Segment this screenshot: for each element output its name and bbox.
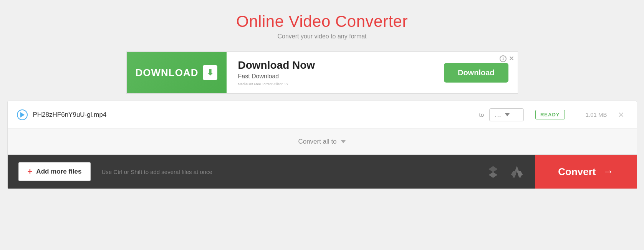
page-header: Online Video Converter Convert your vide…: [236, 0, 408, 45]
plus-icon: +: [28, 167, 33, 176]
ad-banner: ℹ ✕ DOWNLOAD ⬇ Download Now Fast Downloa…: [126, 51, 518, 94]
convert-all-row[interactable]: Convert all to: [8, 129, 637, 155]
ad-download-green-button[interactable]: Download: [444, 63, 508, 83]
google-drive-icon[interactable]: [510, 164, 524, 179]
page-subtitle: Convert your video to any format: [236, 33, 408, 40]
page-title: Online Video Converter: [236, 12, 408, 31]
ad-close-icon[interactable]: ✕: [509, 55, 514, 62]
dropbox-icon[interactable]: [486, 164, 500, 179]
bottom-bar: + Add more files Use Ctrl or Shift to ad…: [8, 155, 637, 189]
add-files-label: Add more files: [36, 168, 81, 175]
ad-controls: ℹ ✕: [500, 55, 514, 62]
convert-all-chevron-icon: [341, 140, 346, 143]
hint-text: Use Ctrl or Shift to add several files a…: [91, 169, 486, 175]
svg-marker-3: [511, 171, 517, 177]
play-triangle: [20, 112, 25, 118]
converter-panel: PH28zHF6nY9uU-gl.mp4 to ... READY 1.01 M…: [7, 101, 637, 189]
svg-marker-4: [517, 171, 523, 177]
status-badge: READY: [535, 110, 565, 119]
chevron-down-icon: [505, 113, 510, 116]
convert-all-label: Convert all to: [298, 138, 336, 146]
remove-file-icon[interactable]: ✕: [615, 109, 627, 121]
convert-label: Convert: [558, 166, 596, 178]
arrow-right-icon: →: [603, 166, 614, 178]
ad-banner-wrapper: ℹ ✕ DOWNLOAD ⬇ Download Now Fast Downloa…: [126, 51, 518, 94]
to-label: to: [479, 111, 484, 118]
ad-info-icon[interactable]: ℹ: [500, 55, 507, 62]
add-files-button[interactable]: + Add more files: [18, 162, 91, 181]
ad-main-text: Download Now: [238, 59, 423, 71]
file-size: 1.01 MB: [576, 111, 607, 118]
convert-button[interactable]: Convert →: [535, 155, 636, 189]
ad-left-section: DOWNLOAD ⬇: [127, 52, 227, 93]
file-name: PH28zHF6nY9uU-gl.mp4: [33, 111, 474, 119]
ad-center-section: Download Now Fast Download MediaGet Free…: [227, 59, 435, 86]
svg-marker-1: [489, 166, 498, 172]
file-row: PH28zHF6nY9uU-gl.mp4 to ... READY 1.01 M…: [8, 101, 637, 129]
ad-sub-text: Fast Download: [238, 73, 423, 80]
ad-download-button[interactable]: DOWNLOAD ⬇: [136, 65, 218, 80]
ad-small-text: MediaGet Free Torrent-Client 6.x: [238, 82, 423, 86]
format-value: ...: [495, 111, 501, 118]
cloud-icons: [486, 164, 524, 179]
ad-download-arrow-icon: ⬇: [203, 65, 217, 80]
play-icon[interactable]: [17, 109, 28, 120]
format-dropdown[interactable]: ...: [489, 108, 524, 121]
ad-right-section: Download: [435, 63, 518, 83]
